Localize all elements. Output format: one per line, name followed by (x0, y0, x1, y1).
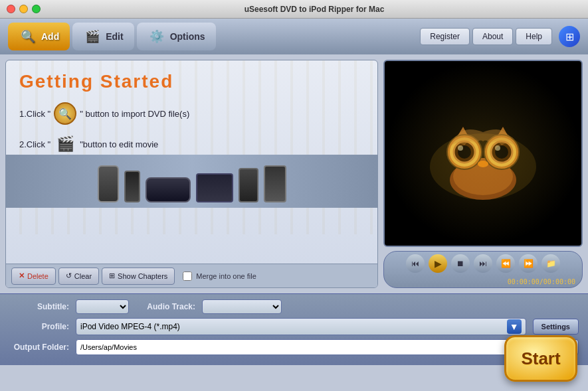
clear-refresh-icon: ↺ (66, 272, 72, 280)
psp-icon (146, 177, 191, 202)
output-folder-row: Output Folder: ▼ Open (9, 339, 579, 355)
output-folder-input[interactable] (76, 339, 515, 355)
about-button[interactable]: About (472, 28, 513, 45)
ipod-device (124, 171, 140, 202)
film-icon: 🎬 (56, 135, 74, 153)
profile-value: iPod Video MPEG-4 (*.mp4) (80, 322, 180, 331)
skip-back-button[interactable]: ⏮ (406, 254, 425, 273)
step-1: 1.Click " 🔍 " button to import DVD file(… (19, 102, 364, 125)
stop-button[interactable]: ⏹ (451, 254, 470, 273)
show-chapters-button[interactable]: ⊞ Show Chapters (102, 268, 175, 285)
preview-area (383, 60, 583, 247)
minimize-button[interactable] (19, 5, 28, 13)
options-button[interactable]: ⚙️ Options (137, 23, 216, 50)
subtitle-row: Subtitle: Audio Track: (9, 299, 579, 314)
windows-icon[interactable]: ⊞ (559, 26, 580, 47)
phone2-device (264, 165, 286, 202)
left-panel: Getting Started 1.Click " 🔍 " button to … (5, 60, 378, 288)
control-buttons: ⏮ ▶ ⏹ ⏭ ⏪ ⏩ 📁 (406, 254, 560, 273)
phone-icon (239, 168, 258, 202)
close-button[interactable] (7, 5, 15, 13)
left-panel-content: Getting Started 1.Click " 🔍 " button to … (6, 60, 377, 208)
delete-x-icon: ✕ (19, 272, 25, 280)
profile-dropdown-arrow[interactable]: ▼ (507, 319, 522, 334)
profile-select[interactable]: iPod Video MPEG-4 (*.mp4) ▼ (76, 318, 526, 335)
game-icon (196, 173, 233, 202)
left-bottom-toolbar: ✕ Delete ↺ Clear ⊞ Show Chapters Merge i… (6, 264, 377, 287)
output-folder-label: Output Folder: (9, 343, 69, 352)
merge-checkbox[interactable] (183, 272, 192, 281)
settings-button[interactable]: Settings (533, 319, 579, 335)
main-area: Getting Started 1.Click " 🔍 " button to … (0, 54, 588, 293)
add-button[interactable]: 🔍 Add (8, 23, 70, 50)
options-icon: ⚙️ (147, 27, 166, 46)
psp-device (146, 177, 191, 202)
add-circle-icon: 🔍 (54, 102, 76, 125)
merge-label: Merge into one file (183, 272, 256, 281)
ipod-icon (124, 171, 140, 202)
toolbar: 🔍 Add 🎬 Edit ⚙️ Options Register About H… (0, 19, 588, 54)
getting-started-title: Getting Started (19, 71, 364, 92)
phone-device (239, 168, 258, 202)
audio-track-label: Audio Track: (136, 302, 195, 311)
add-icon: 🔍 (19, 27, 37, 46)
playback-controls: ⏮ ▶ ⏹ ⏭ ⏪ ⏩ 📁 00:00:00/00:00:00 (383, 251, 583, 288)
fast-forward-button[interactable]: ⏩ (519, 254, 538, 273)
edit-step-icon: 🎬 (53, 132, 77, 156)
game-device (196, 173, 233, 202)
add-step-icon: 🔍 (53, 102, 77, 125)
start-big-button[interactable]: Start (504, 335, 577, 382)
folder-button[interactable]: 📁 (541, 254, 560, 273)
glow-effect (385, 61, 581, 246)
profile-row: Profile: iPod Video MPEG-4 (*.mp4) ▼ Set… (9, 318, 579, 335)
chapters-icon: ⊞ (109, 272, 115, 280)
bottom-section: Subtitle: Audio Track: Profile: iPod Vid… (0, 293, 588, 365)
phone2-icon (264, 165, 286, 202)
edit-icon: 🎬 (83, 27, 102, 46)
edit-button[interactable]: 🎬 Edit (72, 23, 134, 50)
subtitle-select[interactable] (76, 299, 129, 314)
toolbar-right: Register About Help ⊞ (420, 26, 580, 47)
time-display: 00:00:00/00:00:00 (391, 278, 575, 285)
device-images (6, 155, 377, 208)
help-button[interactable]: Help (516, 28, 552, 45)
audio-track-select[interactable] (202, 299, 282, 314)
rewind-button[interactable]: ⏪ (496, 254, 515, 273)
titlebar: uSeesoft DVD to iPod Ripper for Mac (0, 0, 588, 19)
step-2: 2.Click " 🎬 "button to edit movie (19, 132, 364, 156)
app-title: uSeesoft DVD to iPod Ripper for Mac (47, 5, 581, 14)
clear-button[interactable]: ↺ Clear (58, 268, 99, 285)
titlebar-buttons (7, 5, 41, 13)
play-button[interactable]: ▶ (429, 254, 447, 273)
profile-label: Profile: (9, 322, 69, 331)
iphone-icon (98, 165, 119, 202)
maximize-button[interactable] (32, 5, 41, 13)
subtitle-label: Subtitle: (9, 302, 69, 311)
iphone-device (98, 165, 119, 202)
right-panel: ⏮ ▶ ⏹ ⏭ ⏪ ⏩ 📁 00:00:00/00:00:00 (383, 60, 583, 288)
register-button[interactable]: Register (420, 28, 470, 45)
delete-button[interactable]: ✕ Delete (11, 268, 56, 285)
skip-forward-button[interactable]: ⏭ (474, 254, 492, 273)
